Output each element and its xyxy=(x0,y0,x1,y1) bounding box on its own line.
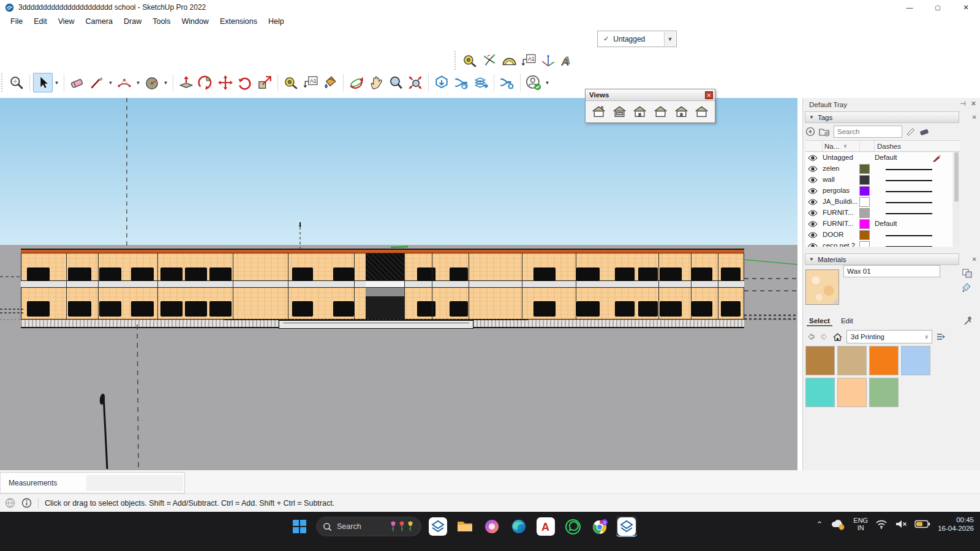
tag-dash-preview[interactable] xyxy=(886,213,932,214)
model-viewport[interactable] xyxy=(0,98,797,470)
menu-draw[interactable]: Draw xyxy=(118,16,147,27)
circle-tool-dropdown[interactable]: ▼ xyxy=(162,73,170,92)
tag-name[interactable]: FURNIT... xyxy=(823,209,853,216)
sample-paint-eyedropper-icon[interactable] xyxy=(963,315,973,326)
tag-color-swatch[interactable] xyxy=(859,186,870,196)
toolbar-drag-handle[interactable] xyxy=(1,73,4,92)
details-arrow-icon[interactable] xyxy=(936,332,946,341)
materials-section-header[interactable]: ▼ Materials xyxy=(805,253,959,265)
copilot-icon[interactable] xyxy=(481,516,502,537)
visible-eye-icon[interactable] xyxy=(808,231,818,239)
3d-text-tool-button[interactable]: AA xyxy=(558,51,578,70)
tag-dash-preview[interactable] xyxy=(886,235,932,236)
materials-tab-edit[interactable]: Edit xyxy=(839,317,856,326)
menu-extensions[interactable]: Extensions xyxy=(214,16,263,27)
materials-tab-select[interactable]: Select xyxy=(807,317,832,326)
material-preview-swatch[interactable] xyxy=(805,269,839,305)
extension-warehouse-button[interactable] xyxy=(497,73,517,92)
menu-window[interactable]: Window xyxy=(176,16,214,27)
material-swatch[interactable] xyxy=(869,378,899,407)
collapse-triangle-icon[interactable]: ▼ xyxy=(809,257,814,262)
visible-eye-icon[interactable] xyxy=(808,242,818,247)
visible-eye-icon[interactable] xyxy=(808,154,818,162)
protractor-tool-button[interactable] xyxy=(499,51,519,70)
tag-row[interactable]: JA_Buildi... xyxy=(805,197,952,208)
tag-row[interactable]: FURNIT... xyxy=(805,208,952,219)
arc-tool-dropdown[interactable]: ▼ xyxy=(134,73,142,92)
tags-section-header[interactable]: ▼ Tags xyxy=(805,111,959,123)
tag-color-swatch[interactable] xyxy=(859,230,870,240)
tag-row[interactable]: ceco net 2 xyxy=(805,241,952,247)
iso-view-icon[interactable] xyxy=(590,103,607,119)
taskbar-search[interactable]: Search xyxy=(316,517,421,536)
forward-arrow-icon[interactable] xyxy=(820,332,829,341)
material-swatch[interactable] xyxy=(837,378,867,407)
zoom-extents-button[interactable] xyxy=(405,73,425,92)
tag-dash-preview[interactable] xyxy=(886,169,932,170)
select-tool-button[interactable] xyxy=(33,73,53,92)
tag-name[interactable]: DOOR xyxy=(823,231,844,238)
tag-filter-dropdown[interactable]: ✓ Untagged ▼ xyxy=(597,31,677,47)
pan-tool-button[interactable] xyxy=(366,73,386,92)
sketchup-pinned-icon[interactable] xyxy=(428,516,448,537)
maximize-button[interactable]: ▢ xyxy=(924,0,952,15)
toolbar-drag-handle[interactable] xyxy=(454,51,458,70)
tag-color-swatch[interactable] xyxy=(859,175,870,185)
school-building-model[interactable] xyxy=(21,249,744,328)
tag-row[interactable]: wall xyxy=(805,174,952,186)
menu-tools[interactable]: Tools xyxy=(147,16,176,27)
tags-close-icon[interactable]: ✕ xyxy=(972,114,977,121)
clock[interactable]: 00:45 16-04-2026 xyxy=(938,515,974,533)
tag-dash-style[interactable]: Default xyxy=(875,154,897,161)
chrome-icon[interactable]: S xyxy=(589,516,610,537)
tag-color-swatch[interactable] xyxy=(859,208,870,218)
autocad-icon[interactable]: A xyxy=(535,516,556,537)
right-view-icon[interactable] xyxy=(652,103,669,119)
visible-eye-icon[interactable] xyxy=(808,209,818,217)
visible-eye-icon[interactable] xyxy=(808,176,818,184)
collapse-triangle-icon[interactable]: ▼ xyxy=(809,114,814,120)
visible-eye-icon[interactable] xyxy=(808,198,818,206)
push-pull-tool-button[interactable] xyxy=(176,73,196,92)
measurements-value-field[interactable] xyxy=(86,475,183,491)
tag-name[interactable]: zelen xyxy=(823,165,840,172)
top-view-icon[interactable] xyxy=(611,103,628,119)
tag-row[interactable]: DOOR xyxy=(805,230,952,241)
tag-dash-preview[interactable] xyxy=(886,202,932,203)
tape-measure-button[interactable] xyxy=(281,73,301,92)
tag-name[interactable]: wall xyxy=(823,176,835,183)
back-arrow-icon[interactable] xyxy=(807,332,816,341)
move-tool-button[interactable] xyxy=(216,73,235,92)
tag-dash-preview[interactable] xyxy=(886,191,932,192)
create-material-icon[interactable] xyxy=(961,282,972,293)
tags-scrollbar[interactable] xyxy=(954,152,959,247)
purge-tags-icon[interactable] xyxy=(919,127,930,137)
home-icon[interactable] xyxy=(832,332,843,342)
circle-tool-button[interactable] xyxy=(142,73,162,92)
battery-icon[interactable] xyxy=(914,520,930,528)
account-dropdown[interactable]: ▼ xyxy=(543,73,551,92)
zoom-window-tool-button[interactable] xyxy=(7,73,26,92)
tag-row[interactable]: zelen xyxy=(805,163,952,174)
text-annotation-button[interactable]: A1 xyxy=(301,73,320,92)
menu-file[interactable]: File xyxy=(5,16,28,27)
back-view-icon[interactable] xyxy=(673,103,690,119)
whatsapp-icon[interactable] xyxy=(562,516,583,537)
column-dashes[interactable]: Dashes xyxy=(877,143,901,150)
add-tag-folder-icon[interactable] xyxy=(819,127,830,137)
tag-dash-preview[interactable] xyxy=(886,246,932,247)
sort-chevron-icon[interactable]: ∨ xyxy=(843,143,847,149)
follow-me-tool-button[interactable] xyxy=(196,73,216,92)
chevron-down-icon[interactable]: ▼ xyxy=(664,32,676,46)
line-tool-button[interactable] xyxy=(87,73,107,92)
menu-view[interactable]: View xyxy=(53,16,80,27)
close-button[interactable]: ✕ xyxy=(952,0,980,15)
tag-color-swatch[interactable] xyxy=(859,241,870,247)
share-model-button[interactable] xyxy=(451,73,471,92)
views-panel-title[interactable]: Views xyxy=(586,89,715,101)
tag-row[interactable]: pergolas xyxy=(805,186,952,197)
material-swatch[interactable] xyxy=(901,346,930,375)
tags-scrollbar-thumb[interactable] xyxy=(954,152,959,201)
tag-name[interactable]: JA_Buildi... xyxy=(823,198,858,205)
volume-muted-icon[interactable] xyxy=(895,519,907,529)
